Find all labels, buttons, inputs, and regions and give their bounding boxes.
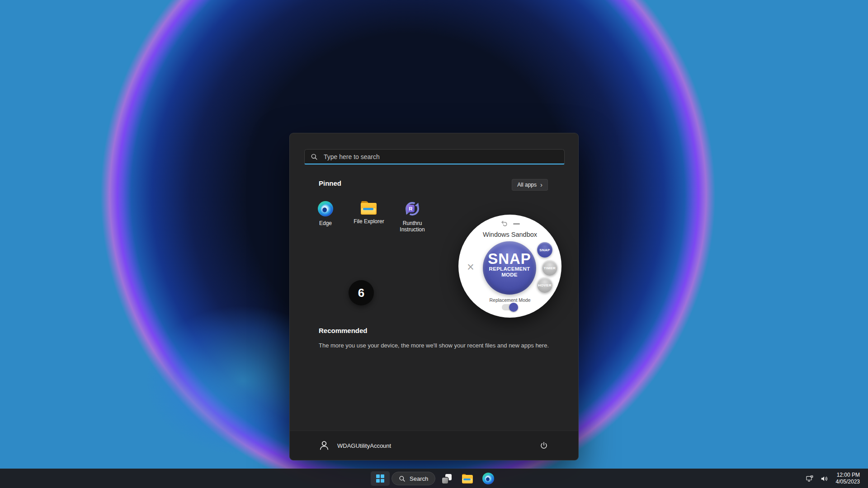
step-counter-badge: 6	[349, 280, 374, 305]
network-tray-button[interactable]	[803, 472, 817, 485]
task-view-icon	[442, 474, 452, 483]
app-label: File Explorer	[354, 218, 384, 225]
pinned-section-title: Pinned	[319, 179, 341, 187]
clock-tray-button[interactable]: 12:00 PM 4/05/2023	[832, 472, 863, 485]
sandbox-control-widget: Windows Sandbox × SNAP REPLACEMENT MODE …	[458, 215, 561, 318]
taskbar-search-button[interactable]: Search	[392, 472, 435, 485]
chevron-right-icon: ›	[540, 181, 542, 188]
recommended-section-title: Recommended	[319, 327, 368, 334]
mode-line2: MODE	[501, 272, 518, 278]
person-icon	[318, 439, 330, 452]
close-icon[interactable]: ×	[465, 261, 476, 273]
task-view-button[interactable]	[437, 471, 456, 486]
file-explorer-icon	[462, 474, 473, 483]
timer-button[interactable]: TIMER	[542, 260, 557, 276]
edge-icon	[482, 473, 494, 484]
toggle-knob	[509, 303, 518, 312]
tray-date: 4/05/2023	[836, 479, 860, 485]
pinned-app-grid: Edge File Explorer R Runthru Instruction	[304, 197, 434, 238]
start-search-box[interactable]	[304, 149, 565, 164]
search-input[interactable]	[323, 153, 558, 161]
app-tile-runthru-instruction[interactable]: R Runthru Instruction	[391, 197, 434, 238]
app-tile-file-explorer[interactable]: File Explorer	[347, 197, 391, 238]
power-icon	[539, 441, 548, 450]
all-apps-button[interactable]: All apps ›	[512, 179, 548, 191]
widget-title: Windows Sandbox	[458, 231, 561, 238]
file-explorer-taskbar-button[interactable]	[458, 471, 477, 486]
file-explorer-icon	[361, 201, 377, 215]
app-tile-edge[interactable]: Edge	[304, 197, 347, 238]
app-label: Runthru Instruction	[392, 220, 432, 233]
search-icon	[311, 153, 318, 160]
undo-icon[interactable]	[500, 220, 508, 229]
taskbar-search-label: Search	[410, 475, 428, 482]
network-icon	[806, 474, 814, 483]
user-account-button[interactable]: WDAGUtilityAccount	[313, 436, 396, 455]
recommended-empty-message: The more you use your device, the more w…	[319, 342, 549, 349]
mode-line1: REPLACEMENT	[489, 266, 530, 272]
system-tray: 12:00 PM 4/05/2023	[803, 469, 863, 488]
hover-button[interactable]: HOVER	[537, 277, 552, 293]
snap-button[interactable]: SNAP	[537, 242, 552, 258]
taskbar-center-group: Search	[371, 469, 498, 488]
search-icon	[399, 475, 406, 482]
edge-icon	[318, 201, 333, 216]
edge-taskbar-button[interactable]	[479, 471, 498, 486]
volume-icon	[820, 474, 829, 483]
mode-word: SNAP	[488, 251, 531, 266]
taskbar: Search 12:00 PM 4/05/202	[0, 469, 868, 488]
runthru-badge-letter: R	[407, 205, 415, 212]
tray-time: 12:00 PM	[836, 472, 860, 479]
app-label: Edge	[319, 220, 332, 226]
runthru-instruction-icon: R	[405, 201, 420, 216]
screen: Pinned All apps › Edge File Explorer R	[0, 0, 868, 488]
start-menu-panel: Pinned All apps › Edge File Explorer R	[289, 133, 579, 460]
replacement-mode-label: Replacement Mode	[458, 297, 561, 303]
windows-logo-icon	[376, 474, 384, 483]
user-name: WDAGUtilityAccount	[337, 442, 391, 449]
volume-tray-button[interactable]	[818, 472, 831, 485]
all-apps-label: All apps	[517, 182, 537, 188]
minimize-icon[interactable]	[513, 223, 520, 225]
replacement-mode-toggle[interactable]	[502, 304, 518, 310]
start-menu-footer: WDAGUtilityAccount	[290, 431, 578, 460]
power-button[interactable]	[536, 437, 552, 454]
snap-replacement-mode-circle[interactable]: SNAP REPLACEMENT MODE	[483, 241, 536, 295]
start-button[interactable]	[371, 471, 390, 486]
